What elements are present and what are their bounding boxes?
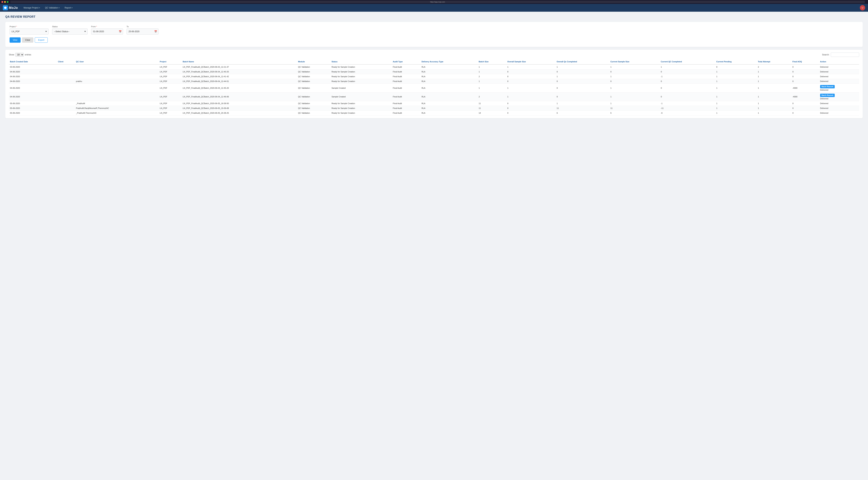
maximize-dot[interactable] (7, 1, 8, 3)
close-dot[interactable] (1, 1, 3, 3)
table-cell: Final Audit (392, 64, 420, 69)
table-cell: 0 (506, 101, 555, 106)
table-cell: 04-06-2020 (9, 79, 57, 84)
table-cell: QC Validation (297, 84, 331, 93)
nav-report[interactable]: Report ▾ (62, 5, 75, 10)
table-cell: -1 (660, 74, 715, 79)
table-cell: RLA (421, 74, 477, 79)
table-cell (57, 111, 75, 115)
col-audit-type: Audit Type (392, 59, 420, 64)
table-row: 05-06-2020_PrabhuM,ThenmozhiCLN_PDFLN_PD… (9, 111, 859, 115)
table-cell: prabhu (75, 79, 159, 84)
table-cell: 0 (609, 69, 660, 74)
table-cell: Final Audit (392, 111, 420, 115)
table-cell: 0 (556, 69, 609, 74)
project-select[interactable]: LN_PDF (9, 29, 49, 35)
view-button[interactable]: View (9, 37, 21, 43)
table-cell: 04-06-2020 (9, 74, 57, 79)
table-cell: _PrabhuM (75, 101, 159, 106)
table-cell (75, 84, 159, 93)
minimize-dot[interactable] (4, 1, 6, 3)
url-text: https://app.mojo.com (430, 1, 445, 3)
table-cell: 0 (556, 93, 609, 101)
url-bar[interactable]: https://app.mojo.com (10, 1, 865, 3)
batch-rework-button[interactable]: Batch Rework (820, 94, 835, 97)
table-cell: 0 (506, 69, 555, 74)
col-total-attempt: Total Attempt (757, 59, 792, 64)
table-cell: 1 (477, 69, 506, 74)
table-cell: 1 (660, 64, 715, 69)
table-cell (75, 69, 159, 74)
table-head: Batch Created Date Client QC User Projec… (9, 59, 859, 64)
table-cell: 0 (506, 74, 555, 79)
table-cell (57, 64, 75, 69)
table-cell: LN_PDF_FinalAudit_QCBatch_2020-06-05_16-… (182, 101, 297, 106)
table-cell: 1 (609, 93, 660, 101)
batch-rework-button[interactable]: Batch Rework (820, 85, 835, 88)
table-cell: 05-06-2020 (9, 111, 57, 115)
table-cell: 04-06-2020 (9, 69, 57, 74)
table-cell: 1 (715, 84, 757, 93)
to-date-input[interactable] (127, 29, 158, 35)
table-cell: 11 (556, 106, 609, 111)
table-cell: RLA (421, 84, 477, 93)
table-cell: 1 (609, 74, 660, 79)
table-cell: 0 (660, 79, 715, 84)
table-cell: RLA (421, 64, 477, 69)
table-cell: 1 (477, 64, 506, 69)
col-batch-date: Batch Created Date (9, 59, 57, 64)
table-cell: QC Validation (297, 74, 331, 79)
from-date-input[interactable] (91, 29, 123, 35)
clear-button[interactable]: Clear (22, 37, 33, 43)
table-cell: 04-06-2020 (9, 93, 57, 101)
table-cell: Sample Created (331, 84, 392, 93)
table-cell: LN_PDF_FinalAudit_QCBatch_2020-06-04_12-… (182, 84, 297, 93)
user-avatar[interactable]: U (860, 5, 865, 10)
status-select[interactable]: --Select Status-- (52, 29, 88, 35)
report-caret: ▾ (72, 7, 72, 9)
search-wrap: Search: (822, 53, 859, 57)
table-cell: 0 (660, 84, 715, 93)
table-cell (57, 84, 75, 93)
table-cell: 0 (792, 69, 819, 74)
table-cell: RLA (421, 79, 477, 84)
table-cell: 0 (660, 93, 715, 101)
project-label: Project * (9, 26, 49, 28)
col-current-sample: Current Sample Size (609, 59, 660, 64)
table-cell: 04-06-2020 (9, 84, 57, 93)
table-cell: 1 (715, 111, 757, 115)
nav-manage-project[interactable]: Manage Project ▾ (22, 5, 42, 10)
col-project: Project (159, 59, 182, 64)
col-final-aoq: Final AOQ (792, 59, 819, 64)
table-cell: 03-06-2020 (9, 64, 57, 69)
table-cell: 1 (556, 74, 609, 79)
svg-marker-0 (4, 6, 6, 9)
table-row: 03-06-2020LN_PDFLN_PDF_FinalAudit_QCBatc… (9, 64, 859, 69)
logo-icon (3, 5, 8, 10)
search-input[interactable] (831, 53, 859, 57)
table-cell: -6 (660, 111, 715, 115)
table-cell: Final Audit (392, 79, 420, 84)
to-filter-group: To 📅 (127, 26, 158, 35)
export-button[interactable]: Export (35, 37, 48, 43)
table-cell: 1 (609, 64, 660, 69)
table-cell: QC Validation (297, 111, 331, 115)
table-cell: 0 (792, 64, 819, 69)
table-cell: LN_PDF (159, 93, 182, 101)
table-cell: 0 (792, 79, 819, 84)
table-cell: QC Validation (297, 79, 331, 84)
table-cell: 1 (757, 79, 792, 84)
table-cell: 0 (715, 64, 757, 69)
col-overall-sample: Overall Sample Size (506, 59, 555, 64)
entries-select[interactable]: 10 25 50 (15, 53, 24, 57)
nav-qc-validation[interactable]: QC Validation ▾ (43, 5, 62, 10)
table-cell: 1 (715, 106, 757, 111)
qc-validation-caret: ▾ (59, 7, 60, 9)
table-cell: Final Audit (392, 106, 420, 111)
table-cell: -4000 (792, 93, 819, 101)
table-cell: RLA (421, 101, 477, 106)
col-batch-name: Batch Name (182, 59, 297, 64)
table-cell: Ready for Sample Creation (331, 64, 392, 69)
table-cell: 1 (757, 69, 792, 74)
table-cell: 0 (556, 79, 609, 84)
